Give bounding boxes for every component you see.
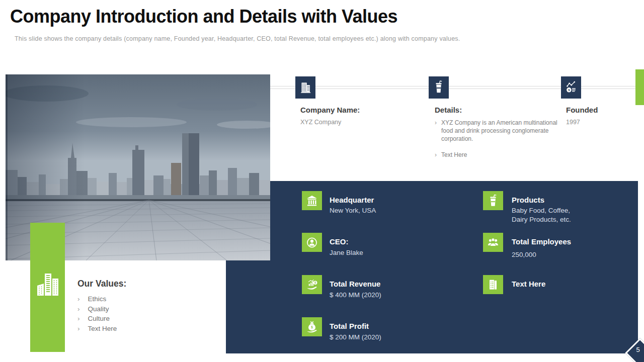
details-bullet-1-text: XYZ Company is an American multinational… xyxy=(441,119,558,143)
text-here-label: Text Here xyxy=(512,280,545,288)
person-icon xyxy=(302,233,322,252)
svg-text:$: $ xyxy=(568,88,570,92)
total-revenue-value: $ 400 MM (2020) xyxy=(330,291,381,300)
people-group-icon xyxy=(483,233,503,252)
values-heading: Our Values: xyxy=(77,279,126,289)
products-label: Products xyxy=(512,196,544,204)
slide-canvas: Company Introduction and Details with Va… xyxy=(0,0,644,362)
bullet-marker: › xyxy=(435,119,437,143)
total-profit-value: $ 200 MM (2020) xyxy=(330,333,381,342)
svg-text:$: $ xyxy=(311,325,313,329)
drink-cup-icon xyxy=(429,76,449,99)
values-item-text: Ethics xyxy=(88,294,107,304)
values-list: › Ethics › Quality › Culture › Text Here xyxy=(77,294,117,333)
green-accent-bar xyxy=(635,69,644,105)
bullet-marker: › xyxy=(77,294,80,304)
headquarter-value: New York, USA xyxy=(330,206,376,215)
page-number: 5 xyxy=(632,346,644,353)
values-item-text: Culture xyxy=(88,314,110,324)
details-bullet-1: › XYZ Company is an American multination… xyxy=(435,119,558,143)
buildings-icon xyxy=(35,272,61,298)
bullet-marker: › xyxy=(77,314,80,324)
values-item: › Text Here xyxy=(77,324,117,334)
values-accent-rect xyxy=(30,223,65,352)
bullet-marker: › xyxy=(77,324,80,334)
total-employees-label: Total Employees xyxy=(512,237,571,246)
values-item: › Culture xyxy=(77,314,117,324)
page-subtitle: This slide shows the company details (co… xyxy=(15,35,460,42)
total-revenue-label: Total Revenue xyxy=(330,280,380,288)
drink-cup-icon xyxy=(483,191,503,210)
revenue-hand-icon: $ xyxy=(302,275,322,294)
details-panel xyxy=(226,181,638,353)
details-bullet-2: › Text Here xyxy=(435,151,558,159)
company-name-label: Company Name: xyxy=(300,106,360,114)
values-item-text: Text Here xyxy=(88,324,117,334)
values-item: › Quality xyxy=(77,304,117,314)
total-employees-value: 250,000 xyxy=(512,250,536,259)
bank-icon xyxy=(302,191,322,210)
page-title: Company Introduction and Details with Va… xyxy=(10,6,397,27)
details-bullet-2-text: Text Here xyxy=(441,151,467,159)
profit-bag-icon: $ xyxy=(302,317,322,336)
bullet-marker: › xyxy=(435,151,437,159)
founded-label: Founded xyxy=(566,106,598,114)
company-name-value: XYZ Company xyxy=(300,119,341,126)
values-item-text: Quality xyxy=(88,304,109,314)
values-item: › Ethics xyxy=(77,294,117,304)
chart-coins-icon: $ xyxy=(561,76,581,99)
office-building-icon xyxy=(295,76,315,99)
ceo-value: Jane Blake xyxy=(330,248,363,257)
details-label: Details: xyxy=(435,106,462,114)
bullet-marker: › xyxy=(77,304,80,314)
ceo-label: CEO: xyxy=(330,237,349,246)
total-profit-label: Total Profit xyxy=(330,322,369,330)
products-value: Baby Food, Coffee, Dairy Products, etc. xyxy=(512,206,571,224)
notepad-icon xyxy=(483,275,503,294)
headquarter-label: Headquarter xyxy=(330,196,374,204)
founded-value: 1997 xyxy=(566,119,580,126)
